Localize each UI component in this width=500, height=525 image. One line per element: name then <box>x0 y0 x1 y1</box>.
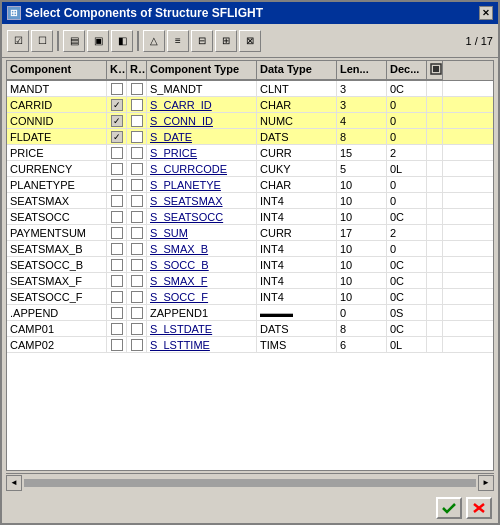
ok-button[interactable] <box>436 497 462 519</box>
cell-comp-type[interactable]: S_SMAX_F <box>147 273 257 288</box>
cell-component: .APPEND <box>7 305 107 320</box>
cell-comp-type[interactable]: S_LSTTIME <box>147 337 257 352</box>
cell-r[interactable] <box>127 81 147 96</box>
cell-dec: 0 <box>387 97 427 112</box>
cell-k[interactable] <box>107 321 127 336</box>
table-row: CARRIDS_CARR_IDCHAR30 <box>7 97 493 113</box>
deselect-all-button[interactable]: ☐ <box>31 30 53 52</box>
cell-extra <box>427 337 443 352</box>
table-row: CONNIDS_CONN_IDNUMC40 <box>7 113 493 129</box>
col-len: Len... <box>337 61 387 80</box>
cell-r[interactable] <box>127 305 147 320</box>
cell-r[interactable] <box>127 193 147 208</box>
cell-r[interactable] <box>127 177 147 192</box>
cell-k[interactable] <box>107 289 127 304</box>
toolbar-btn-7[interactable]: ≡ <box>167 30 189 52</box>
cell-k[interactable] <box>107 337 127 352</box>
cell-k[interactable] <box>107 97 127 112</box>
cell-r[interactable] <box>127 273 147 288</box>
cell-r[interactable] <box>127 225 147 240</box>
toolbar-btn-9[interactable]: ⊞ <box>215 30 237 52</box>
cell-r[interactable] <box>127 289 147 304</box>
cell-extra <box>427 97 443 112</box>
cell-k[interactable] <box>107 305 127 320</box>
scroll-track[interactable] <box>24 479 476 487</box>
select-all-button[interactable]: ☑ <box>7 30 29 52</box>
cell-r[interactable] <box>127 145 147 160</box>
window-title: Select Components of Structure SFLIGHT <box>25 6 263 20</box>
cell-r[interactable] <box>127 257 147 272</box>
cell-dec: 0C <box>387 273 427 288</box>
cell-data-type: INT4 <box>257 209 337 224</box>
cell-k[interactable] <box>107 161 127 176</box>
scroll-left-btn[interactable]: ◄ <box>6 475 22 491</box>
table-row: PLANETYPES_PLANETYECHAR100 <box>7 177 493 193</box>
cell-data-type: CHAR <box>257 177 337 192</box>
table-row: SEATSOCC_BS_SOCC_BINT4100C <box>7 257 493 273</box>
cell-r[interactable] <box>127 321 147 336</box>
col-r: R.. <box>127 61 147 80</box>
close-button[interactable]: ✕ <box>479 6 493 20</box>
cell-k[interactable] <box>107 145 127 160</box>
cell-comp-type[interactable]: S_SOCC_B <box>147 257 257 272</box>
cell-dec: 0C <box>387 257 427 272</box>
cancel-button[interactable] <box>466 497 492 519</box>
cell-comp-type[interactable]: S_SOCC_F <box>147 289 257 304</box>
table-body[interactable]: MANDTS_MANDTCLNT30CCARRIDS_CARR_IDCHAR30… <box>7 81 493 470</box>
cell-r[interactable] <box>127 337 147 352</box>
cell-r[interactable] <box>127 129 147 144</box>
cell-component: SEATSMAX_B <box>7 241 107 256</box>
table-row: SEATSMAX_BS_SMAX_BINT4100 <box>7 241 493 257</box>
window-icon: ⊞ <box>7 6 21 20</box>
cell-dec: 0C <box>387 81 427 96</box>
cell-extra <box>427 241 443 256</box>
cell-comp-type[interactable]: S_SUM <box>147 225 257 240</box>
cell-k[interactable] <box>107 113 127 128</box>
cell-comp-type[interactable]: S_CARR_ID <box>147 97 257 112</box>
cell-k[interactable] <box>107 193 127 208</box>
toolbar-btn-6[interactable]: △ <box>143 30 165 52</box>
col-component: Component <box>7 61 107 80</box>
cell-k[interactable] <box>107 241 127 256</box>
cell-component: SEATSOCC_B <box>7 257 107 272</box>
cell-comp-type[interactable]: S_PRICE <box>147 145 257 160</box>
toolbar-btn-4[interactable]: ▣ <box>87 30 109 52</box>
table-row: SEATSMAXS_SEATSMAXINT4100 <box>7 193 493 209</box>
toolbar-btn-3[interactable]: ▤ <box>63 30 85 52</box>
cell-k[interactable] <box>107 177 127 192</box>
cell-len: 15 <box>337 145 387 160</box>
cell-extra <box>427 161 443 176</box>
toolbar-btn-5[interactable]: ◧ <box>111 30 133 52</box>
cell-comp-type[interactable]: S_LSTDATE <box>147 321 257 336</box>
cell-k[interactable] <box>107 273 127 288</box>
cell-comp-type[interactable]: S_PLANETYE <box>147 177 257 192</box>
cell-dec: 0C <box>387 289 427 304</box>
cell-r[interactable] <box>127 241 147 256</box>
col-comptype: Component Type <box>147 61 257 80</box>
cell-comp-type[interactable]: S_DATE <box>147 129 257 144</box>
cell-comp-type[interactable]: S_CURRCODE <box>147 161 257 176</box>
cell-k[interactable] <box>107 257 127 272</box>
cell-r[interactable] <box>127 209 147 224</box>
horizontal-scrollbar[interactable]: ◄ ► <box>6 473 494 491</box>
cell-r[interactable] <box>127 113 147 128</box>
cell-r[interactable] <box>127 97 147 112</box>
cell-comp-type[interactable]: S_SEATSMAX <box>147 193 257 208</box>
cell-comp-type[interactable]: S_SEATSOCC <box>147 209 257 224</box>
toolbar-btn-8[interactable]: ⊟ <box>191 30 213 52</box>
cell-k[interactable] <box>107 209 127 224</box>
cell-k[interactable] <box>107 225 127 240</box>
cell-data-type: DATS <box>257 129 337 144</box>
table-row: CURRENCYS_CURRCODECUKY50L <box>7 161 493 177</box>
cell-comp-type[interactable]: S_SMAX_B <box>147 241 257 256</box>
cell-comp-type[interactable]: S_CONN_ID <box>147 113 257 128</box>
scroll-right-btn[interactable]: ► <box>478 475 494 491</box>
cell-r[interactable] <box>127 161 147 176</box>
cell-k[interactable] <box>107 129 127 144</box>
table-row: PRICES_PRICECURR152 <box>7 145 493 161</box>
toolbar-btn-10[interactable]: ⊠ <box>239 30 261 52</box>
cell-extra <box>427 305 443 320</box>
cell-k[interactable] <box>107 81 127 96</box>
footer-buttons <box>2 493 498 523</box>
cell-len: 5 <box>337 161 387 176</box>
